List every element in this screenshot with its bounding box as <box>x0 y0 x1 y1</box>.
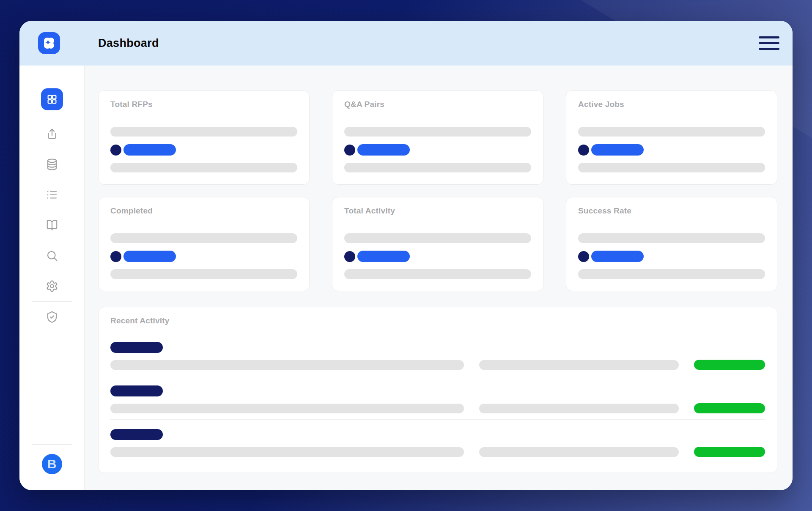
activity-row <box>110 376 765 420</box>
upload-icon <box>46 128 58 140</box>
recent-activity-card: Recent Activity <box>98 307 777 473</box>
activity-label-pill <box>110 385 163 396</box>
shield-check-icon <box>46 311 58 323</box>
skeleton-bar <box>344 269 531 279</box>
main-content: Total RFPs Q&A Pairs <box>85 66 793 490</box>
navy-dot <box>578 145 589 156</box>
card-title: Total Activity <box>344 206 531 216</box>
skeleton-bar <box>110 127 297 137</box>
card-title: Active Jobs <box>578 100 765 109</box>
sidebar: B <box>19 66 85 490</box>
skeleton-bar <box>110 360 464 370</box>
navy-dot <box>110 145 121 156</box>
skeleton-bar <box>110 447 464 457</box>
card-title: Success Rate <box>578 206 765 216</box>
blue-value-pill <box>591 144 644 156</box>
stat-value-row <box>344 251 531 262</box>
list-icon <box>46 189 58 201</box>
page-title: Dashboard <box>98 37 159 50</box>
skeleton-bar <box>344 233 531 243</box>
app-logo <box>38 32 60 54</box>
stat-card-success-rate: Success Rate <box>566 197 777 291</box>
skeleton-bar <box>578 163 765 172</box>
activity-bars <box>110 403 765 413</box>
user-avatar[interactable]: B <box>42 454 62 474</box>
activity-bars <box>110 447 765 457</box>
stat-value-row <box>110 251 297 262</box>
sidebar-item-upload[interactable] <box>45 127 59 141</box>
navy-dot <box>344 145 355 156</box>
stat-value-row <box>578 144 765 156</box>
sidebar-bottom-divider <box>32 444 72 445</box>
book-open-icon <box>46 219 58 232</box>
stat-card-active-jobs: Active Jobs <box>566 90 777 185</box>
sidebar-item-database[interactable] <box>45 158 59 171</box>
search-icon <box>46 249 58 262</box>
app-body: B Total RFPs Q&A Pairs <box>19 66 793 490</box>
sidebar-bottom: B <box>19 436 84 490</box>
skeleton-bar <box>344 163 531 172</box>
status-pill-success <box>694 447 765 457</box>
skeleton-bar <box>578 127 765 137</box>
blue-value-pill <box>123 144 176 156</box>
blue-value-pill <box>357 251 410 262</box>
card-title: Total RFPs <box>110 100 297 109</box>
skeleton-bar <box>578 269 765 279</box>
stat-card-total-rfps: Total RFPs <box>98 90 310 185</box>
activity-label-pill <box>110 429 163 440</box>
status-pill-success <box>694 403 765 413</box>
app-window: Dashboard <box>19 21 793 490</box>
blue-value-pill <box>123 251 176 262</box>
recent-activity-title: Recent Activity <box>110 316 765 325</box>
activity-bars <box>110 360 765 370</box>
navy-dot <box>110 251 121 262</box>
skeleton-bar <box>110 404 464 413</box>
navy-dot <box>578 251 589 262</box>
hamburger-menu-icon[interactable] <box>759 36 779 50</box>
card-title: Q&A Pairs <box>344 100 531 109</box>
blue-value-pill <box>357 144 410 156</box>
skeleton-bar <box>344 127 531 137</box>
stat-value-row <box>110 144 297 156</box>
sidebar-item-search[interactable] <box>45 249 59 262</box>
sidebar-item-security[interactable] <box>45 310 59 324</box>
skeleton-bar <box>110 233 297 243</box>
stat-cards-grid: Total RFPs Q&A Pairs <box>98 90 777 291</box>
stat-card-completed: Completed <box>98 197 310 291</box>
skeleton-bar <box>578 233 765 243</box>
activity-row <box>110 420 765 463</box>
sidebar-item-list[interactable] <box>45 188 59 202</box>
stat-card-qa-pairs: Q&A Pairs <box>332 90 543 185</box>
sidebar-item-settings[interactable] <box>45 279 59 293</box>
blue-value-pill <box>591 251 644 262</box>
stat-value-row <box>344 144 531 156</box>
card-title: Completed <box>110 206 297 216</box>
sidebar-item-dashboard[interactable] <box>41 88 63 110</box>
activity-label-pill <box>110 342 163 353</box>
skeleton-bar <box>479 360 679 370</box>
gear-icon <box>46 280 58 292</box>
skeleton-bar <box>110 269 297 279</box>
skeleton-bar <box>479 447 679 457</box>
status-pill-success <box>694 360 765 370</box>
skeleton-bar <box>110 163 297 172</box>
grid-icon <box>46 93 58 105</box>
stat-card-total-activity: Total Activity <box>332 197 543 291</box>
header: Dashboard <box>19 21 793 66</box>
sidebar-divider <box>32 301 72 302</box>
navy-dot <box>344 251 355 262</box>
activity-row <box>110 325 765 376</box>
stat-value-row <box>578 251 765 262</box>
sidebar-item-library[interactable] <box>45 219 59 232</box>
database-icon <box>46 158 58 171</box>
skeleton-bar <box>479 404 679 413</box>
sparkle-b-logo-icon <box>42 36 56 50</box>
